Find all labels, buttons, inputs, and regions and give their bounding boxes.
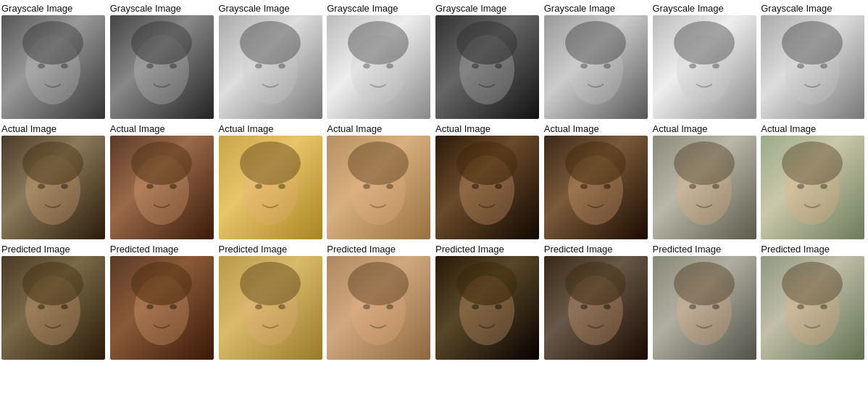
svg-point-22 <box>580 64 588 69</box>
cell-label-0-7: Grayscale Image <box>759 0 833 15</box>
svg-point-46 <box>363 184 370 189</box>
cell-label-1-0: Actual Image <box>0 120 58 136</box>
svg-point-63 <box>820 184 827 189</box>
face-image-0-2 <box>219 15 322 119</box>
cell-label-2-0: Predicted Image <box>0 241 72 256</box>
cell-label-2-5: Predicted Image <box>543 241 614 256</box>
svg-point-89 <box>674 262 735 305</box>
svg-point-73 <box>240 262 301 305</box>
svg-point-93 <box>782 262 843 305</box>
face-image-1-6 <box>653 136 756 239</box>
cell-1-7: Actual Image <box>759 120 868 241</box>
face-image-0-6 <box>653 15 756 119</box>
cell-1-6: Actual Image <box>651 120 760 241</box>
cell-0-4: Grayscale Image <box>434 0 543 120</box>
cell-label-1-2: Actual Image <box>217 120 275 136</box>
face-image-2-5 <box>544 256 648 360</box>
svg-point-57 <box>674 141 735 185</box>
cell-0-7: Grayscale Image <box>759 0 868 120</box>
face-image-2-2 <box>219 256 322 360</box>
cell-label-2-3: Predicted Image <box>325 241 397 256</box>
svg-point-62 <box>797 184 804 189</box>
face-image-1-3 <box>327 136 430 239</box>
svg-point-25 <box>674 21 735 65</box>
svg-point-86 <box>580 305 588 310</box>
svg-point-41 <box>240 141 301 185</box>
cell-1-5: Actual Image <box>543 120 651 241</box>
svg-point-65 <box>22 262 83 305</box>
svg-point-9 <box>240 21 301 65</box>
svg-point-23 <box>604 64 611 69</box>
cell-2-7: Predicted Image <box>759 241 868 361</box>
cell-2-2: Predicted Image <box>217 241 326 361</box>
svg-point-45 <box>348 141 409 185</box>
cell-0-3: Grayscale Image <box>325 0 434 120</box>
face-image-0-7 <box>761 15 864 119</box>
cell-2-5: Predicted Image <box>543 241 651 361</box>
svg-point-34 <box>38 184 45 189</box>
face-image-1-1 <box>110 136 214 239</box>
cell-label-1-1: Actual Image <box>109 120 167 136</box>
svg-point-27 <box>712 64 719 69</box>
svg-point-21 <box>565 21 626 65</box>
svg-point-35 <box>61 184 68 189</box>
svg-point-91 <box>712 305 719 310</box>
svg-point-58 <box>689 184 696 189</box>
cell-label-2-7: Predicted Image <box>759 241 831 256</box>
face-image-2-7 <box>761 256 864 360</box>
svg-point-53 <box>565 141 626 185</box>
svg-point-26 <box>689 64 696 69</box>
svg-point-30 <box>797 64 804 69</box>
svg-point-61 <box>782 141 843 185</box>
svg-point-18 <box>472 64 479 69</box>
svg-point-14 <box>363 64 370 69</box>
svg-point-47 <box>386 184 393 189</box>
cell-label-2-4: Predicted Image <box>434 241 506 256</box>
svg-point-82 <box>472 305 479 310</box>
svg-point-51 <box>495 184 502 189</box>
svg-point-87 <box>604 305 611 310</box>
cell-2-6: Predicted Image <box>651 241 760 361</box>
face-image-2-6 <box>653 256 756 360</box>
svg-point-67 <box>61 305 68 310</box>
grayscale-row: Grayscale Image Grayscale Image Grayscal… <box>0 0 868 120</box>
cell-label-1-6: Actual Image <box>651 120 709 136</box>
cell-label-0-4: Grayscale Image <box>434 0 508 15</box>
image-grid: Grayscale Image Grayscale Image Grayscal… <box>0 0 868 361</box>
cell-label-1-5: Actual Image <box>543 120 601 136</box>
face-image-0-4 <box>435 15 539 119</box>
face-image-2-1 <box>110 256 214 360</box>
cell-1-1: Actual Image <box>109 120 217 241</box>
cell-2-4: Predicted Image <box>434 241 543 361</box>
cell-2-3: Predicted Image <box>325 241 434 361</box>
cell-label-0-6: Grayscale Image <box>651 0 725 15</box>
cell-1-0: Actual Image <box>0 120 109 241</box>
cell-0-1: Grayscale Image <box>109 0 217 120</box>
cell-0-2: Grayscale Image <box>217 0 326 120</box>
svg-point-78 <box>363 305 370 310</box>
cell-1-2: Actual Image <box>217 120 326 241</box>
svg-point-75 <box>278 305 285 310</box>
cell-0-5: Grayscale Image <box>543 0 651 120</box>
svg-point-1 <box>22 21 83 65</box>
svg-point-49 <box>456 141 517 185</box>
svg-point-81 <box>456 262 517 305</box>
svg-point-17 <box>456 21 517 65</box>
svg-point-85 <box>565 262 626 305</box>
svg-point-2 <box>38 64 45 69</box>
svg-point-3 <box>61 64 68 69</box>
face-image-1-7 <box>761 136 864 239</box>
cell-label-0-3: Grayscale Image <box>325 0 399 15</box>
svg-point-7 <box>170 64 177 69</box>
face-image-0-5 <box>544 15 648 119</box>
svg-point-69 <box>131 262 192 305</box>
svg-point-54 <box>580 184 588 189</box>
cell-label-2-6: Predicted Image <box>651 241 723 256</box>
svg-point-13 <box>348 21 409 65</box>
cell-label-0-0: Grayscale Image <box>0 0 74 15</box>
svg-point-74 <box>255 305 262 310</box>
face-image-1-0 <box>1 136 105 239</box>
svg-point-37 <box>131 141 192 185</box>
svg-point-10 <box>255 64 262 69</box>
svg-point-95 <box>820 305 827 310</box>
